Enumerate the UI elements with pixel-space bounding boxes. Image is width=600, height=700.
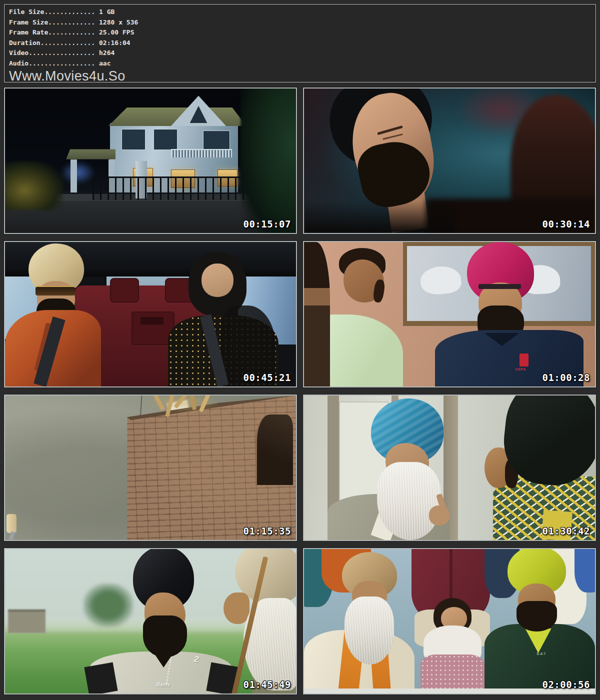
thumbnail-1: 00:15:07 bbox=[4, 88, 297, 234]
info-line-frame-size: Frame Size............ 1280 x 536 bbox=[9, 18, 590, 28]
info-label: Duration bbox=[9, 39, 40, 46]
scene-couple-in-car bbox=[5, 242, 296, 386]
timestamp-badge: 00:30:14 bbox=[542, 218, 590, 230]
info-value: 25.00 FPS bbox=[99, 28, 134, 36]
dot-leader: ................. bbox=[28, 60, 99, 67]
young-man-beard-shape bbox=[516, 601, 557, 632]
blue-light-glow bbox=[60, 161, 96, 184]
dark-shoulder-shape bbox=[304, 201, 456, 233]
dot-leader: ............ bbox=[48, 28, 99, 36]
info-label: Frame Size bbox=[9, 18, 48, 26]
headrest-shape bbox=[110, 278, 139, 302]
hut-shape bbox=[8, 610, 46, 632]
carport-post-shape bbox=[70, 160, 77, 192]
scene-men-in-field: 2 Rams bbox=[5, 549, 296, 694]
info-value: 02:16:04 bbox=[99, 39, 130, 46]
timestamp-badge: 02:00:56 bbox=[542, 679, 590, 690]
carport-roof-shape bbox=[66, 149, 116, 159]
thumbnail-8: EA7 02:00:56 bbox=[303, 548, 596, 694]
black-sleeve-shape bbox=[84, 662, 118, 694]
info-label: Frame Rate bbox=[9, 28, 48, 36]
scene-face-closeup bbox=[304, 88, 595, 233]
wall-opening-shape bbox=[256, 414, 294, 486]
watermark-text: Www.Movies4u.So bbox=[9, 68, 590, 84]
info-value: h264 bbox=[99, 49, 114, 56]
timestamp-badge: 01:15:35 bbox=[243, 526, 291, 536]
timestamp-badge: 01:00:28 bbox=[542, 372, 590, 383]
jersey-brand-text: Rams bbox=[156, 682, 170, 688]
info-value: aac bbox=[99, 60, 110, 67]
turban-band-shape bbox=[478, 284, 520, 289]
balcony-railing-shape bbox=[171, 149, 232, 157]
thumbnail-grid: 00:15:07 00:30:14 bbox=[4, 88, 596, 694]
pink-dress-shape bbox=[420, 654, 484, 694]
thumbnail-6: 01:30:42 bbox=[303, 394, 596, 541]
timestamp-badge: 00:15:07 bbox=[243, 218, 291, 230]
jacket-brand-text: EA7 bbox=[537, 652, 546, 656]
info-line-duration: Duration.............. 02:16:04 bbox=[9, 38, 590, 48]
thumbnail-2: 00:30:14 bbox=[303, 88, 596, 234]
timestamp-badge: 01:45:49 bbox=[243, 679, 291, 690]
dot-leader: .............. bbox=[40, 39, 99, 46]
edge-figure-shape bbox=[304, 242, 330, 386]
scene-room-horse-painting: USPA bbox=[304, 242, 595, 386]
thumbnail-3: 00:45:21 bbox=[4, 241, 297, 388]
dot-leader: ................. bbox=[28, 49, 99, 56]
tree-shape bbox=[240, 88, 296, 233]
young-man-beard-shape bbox=[143, 616, 186, 658]
info-line-file-size: File Size............. 1 GB bbox=[9, 7, 590, 18]
dot-leader: ............. bbox=[44, 8, 99, 16]
timestamp-badge: 00:45:21 bbox=[243, 372, 291, 383]
passenger-face-shape bbox=[202, 264, 234, 296]
upper-window-shape bbox=[203, 130, 230, 150]
sunglasses-shape bbox=[36, 286, 75, 296]
scene-seated-spectators: EA7 bbox=[304, 549, 595, 694]
thumbnail-7: 2 Rams 01:45:49 bbox=[4, 548, 297, 694]
scene-house-night bbox=[5, 88, 296, 233]
polo-brand-text: USPA bbox=[516, 368, 526, 371]
thumbnail-5: 01:15:35 bbox=[4, 394, 297, 541]
info-value: 1280 x 536 bbox=[99, 18, 138, 26]
upper-window-shape bbox=[154, 129, 178, 150]
mediainfo-sheet: File Size............. 1 GB Frame Size..… bbox=[0, 0, 600, 700]
scene-brick-wall bbox=[5, 396, 296, 540]
elder-hand-shape bbox=[429, 506, 450, 526]
info-line-video: Video................. h264 bbox=[9, 48, 590, 58]
info-label: Video bbox=[9, 49, 28, 56]
scene-elders-conversation bbox=[304, 396, 595, 540]
info-line-audio: Audio................. aac bbox=[9, 58, 590, 69]
background-person-blue bbox=[574, 549, 595, 592]
paint-roller-shape bbox=[6, 514, 16, 533]
info-label: Audio bbox=[9, 60, 28, 67]
media-info-panel: File Size............. 1 GB Frame Size..… bbox=[4, 4, 596, 82]
elder-face-shape bbox=[224, 592, 250, 624]
info-line-frame-rate: Frame Rate............ 25.00 FPS bbox=[9, 28, 590, 38]
tree-shape bbox=[84, 584, 133, 627]
polo-logo-shape bbox=[520, 354, 529, 366]
palm-trees-shape bbox=[5, 161, 63, 210]
dot-leader: ............ bbox=[48, 18, 99, 26]
white-beard-shape bbox=[344, 596, 394, 664]
armrest-slot-shape bbox=[140, 317, 164, 324]
timestamp-badge: 01:30:42 bbox=[542, 526, 590, 536]
info-label: File Size bbox=[9, 8, 44, 16]
info-value: 1 GB bbox=[99, 8, 114, 16]
upper-window-shape bbox=[122, 129, 146, 150]
thumbnail-4: USPA 01:00:28 bbox=[303, 241, 596, 388]
